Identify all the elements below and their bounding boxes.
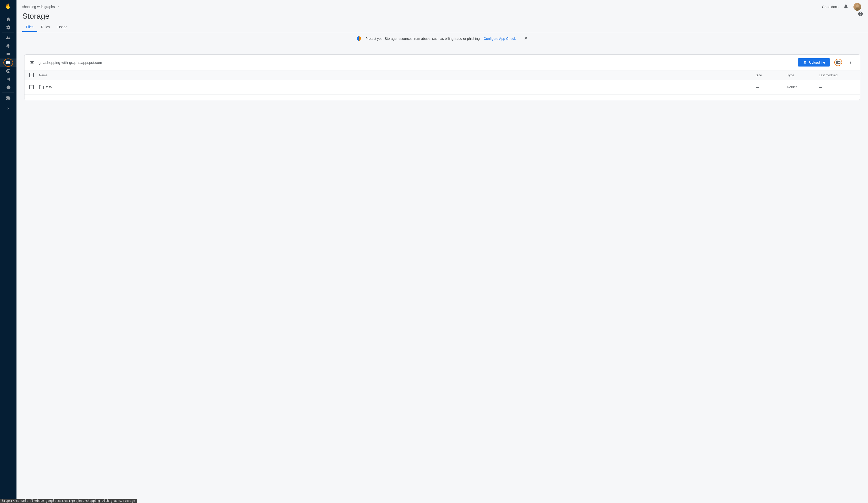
sidebar xyxy=(0,0,17,503)
upload-icon xyxy=(803,60,807,64)
sidebar-item-extensions[interactable] xyxy=(0,94,17,102)
upload-button[interactable]: Upload file xyxy=(798,58,830,67)
row-type: Folder xyxy=(787,85,819,89)
sidebar-item-database[interactable] xyxy=(0,50,17,59)
bucket-path[interactable]: gs://shopping-with-graphs.appspot.com xyxy=(39,60,794,64)
status-bar: https://console.firebase.google.com/u/1/… xyxy=(0,499,137,503)
sidebar-item-firestore[interactable] xyxy=(0,42,17,50)
sidebar-item-auth[interactable] xyxy=(0,34,17,42)
project-name: shopping-with-graphs xyxy=(22,5,55,9)
table-header: Name Size Type Last modified xyxy=(24,70,860,80)
svg-point-0 xyxy=(856,4,859,7)
header-size[interactable]: Size xyxy=(756,73,787,77)
sidebar-item-ml[interactable] xyxy=(0,83,17,91)
header-type[interactable]: Type xyxy=(787,73,819,77)
table-row[interactable]: test/ — Folder — xyxy=(24,80,860,95)
help-icon[interactable] xyxy=(858,11,863,18)
shield-icon xyxy=(356,36,362,41)
banner-link[interactable]: Configure App Check xyxy=(484,37,516,41)
tab-usage[interactable]: Usage xyxy=(54,22,71,32)
folder-icon xyxy=(39,85,44,90)
select-all-checkbox[interactable] xyxy=(29,73,34,77)
header-name[interactable]: Name xyxy=(39,73,756,77)
docs-link[interactable]: Go to docs xyxy=(822,5,838,9)
link-icon xyxy=(29,60,35,65)
sidebar-item-hosting[interactable] xyxy=(0,67,17,75)
notifications-icon[interactable] xyxy=(843,4,849,10)
avatar[interactable] xyxy=(854,3,861,11)
sidebar-item-storage[interactable] xyxy=(0,59,17,67)
row-name: test/ xyxy=(46,85,52,89)
firebase-logo[interactable] xyxy=(5,3,11,10)
banner-close[interactable] xyxy=(524,36,528,41)
storage-card: gs://shopping-with-graphs.appspot.com Up… xyxy=(24,54,860,100)
dropdown-icon xyxy=(57,5,60,9)
tab-files[interactable]: Files xyxy=(22,22,37,32)
banner-text: Protect your Storage resources from abus… xyxy=(365,37,480,41)
new-folder-button[interactable] xyxy=(834,58,843,67)
row-checkbox[interactable] xyxy=(29,85,34,89)
tab-rules[interactable]: Rules xyxy=(37,22,54,32)
path-bar: gs://shopping-with-graphs.appspot.com Up… xyxy=(24,54,860,70)
upload-label: Upload file xyxy=(809,60,825,64)
sidebar-item-settings[interactable] xyxy=(0,23,17,32)
app-check-banner: Protect your Storage resources from abus… xyxy=(17,32,868,45)
project-selector[interactable]: shopping-with-graphs xyxy=(22,5,60,9)
row-size: — xyxy=(756,85,787,89)
sidebar-expand[interactable] xyxy=(0,104,17,111)
row-modified: — xyxy=(819,85,855,89)
page-title: Storage xyxy=(17,11,55,22)
header-modified[interactable]: Last modified xyxy=(819,73,855,77)
tabs: Files Rules Usage xyxy=(17,22,868,32)
sidebar-item-home[interactable] xyxy=(0,15,17,23)
more-menu-button[interactable] xyxy=(846,58,855,67)
sidebar-item-functions[interactable] xyxy=(0,75,17,83)
